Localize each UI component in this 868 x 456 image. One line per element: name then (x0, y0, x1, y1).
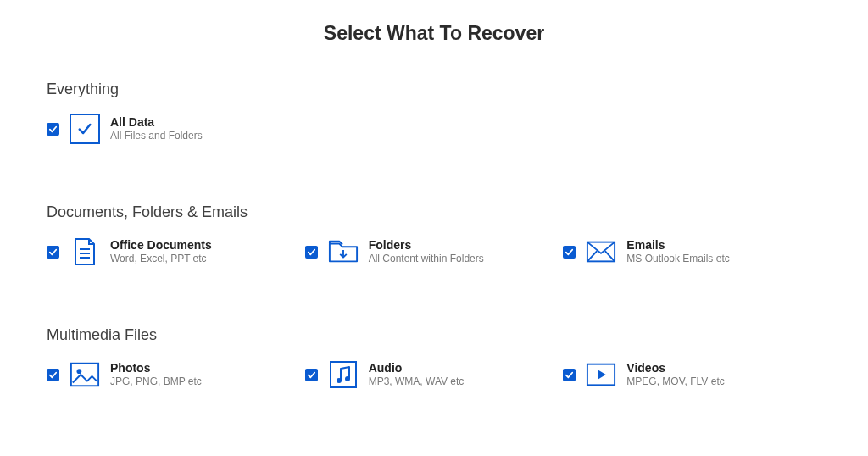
section-documents: Documents, Folders & Emails Office Docum… (47, 203, 821, 267)
document-icon (70, 236, 100, 267)
text-audio: Audio MP3, WMA, WAV etc (369, 361, 465, 389)
items-row-multimedia: Photos JPG, PNG, BMP etc Audio MP3, WMA,… (47, 359, 821, 390)
item-title: Photos (110, 361, 202, 376)
check-icon (565, 370, 574, 380)
item-title: Audio (369, 361, 465, 376)
section-everything: Everything All Data All Files and Folder… (47, 81, 821, 144)
item-desc: MPEG, MOV, FLV etc (626, 375, 724, 388)
svg-point-8 (337, 378, 342, 383)
text-all-data: All Data All Files and Folders (110, 115, 203, 143)
checkmark-icon (76, 120, 93, 137)
item-desc: MP3, WMA, WAV etc (369, 375, 465, 388)
item-desc: JPG, PNG, BMP etc (110, 375, 202, 388)
item-folders: Folders All Content within Folders (305, 236, 564, 267)
item-title: Office Documents (110, 238, 212, 253)
checkbox-folders[interactable] (305, 246, 318, 259)
svg-rect-7 (331, 362, 356, 387)
item-desc: All Content within Folders (369, 253, 484, 265)
item-all-data: All Data All Files and Folders (47, 114, 308, 144)
checkbox-audio[interactable] (305, 369, 318, 381)
text-videos: Videos MPEG, MOV, FLV etc (626, 361, 724, 389)
checkbox-photos[interactable] (47, 369, 59, 381)
play-video-icon (586, 359, 616, 390)
item-title: Emails (626, 238, 729, 253)
text-emails: Emails MS Outlook Emails etc (626, 238, 729, 266)
svg-rect-5 (71, 364, 98, 386)
checkbox-office-documents[interactable] (47, 246, 59, 259)
envelope-icon (586, 236, 616, 267)
section-heading-multimedia: Multimedia Files (47, 326, 821, 344)
check-icon (565, 247, 574, 257)
items-row-documents: Office Documents Word, Excel, PPT etc Fo… (47, 236, 821, 267)
svg-point-9 (345, 376, 350, 381)
item-title: All Data (110, 115, 203, 131)
text-folders: Folders All Content within Folders (369, 238, 484, 266)
item-videos: Videos MPEG, MOV, FLV etc (563, 359, 821, 390)
item-desc: MS Outlook Emails etc (626, 253, 729, 265)
check-icon (307, 247, 316, 257)
photo-icon (70, 359, 100, 390)
check-icon (307, 370, 316, 380)
checkbox-emails[interactable] (563, 246, 576, 259)
text-office: Office Documents Word, Excel, PPT etc (110, 238, 212, 266)
folder-download-icon (328, 236, 359, 267)
checkbox-all-data[interactable] (47, 123, 59, 136)
svg-point-6 (77, 369, 82, 374)
item-audio: Audio MP3, WMA, WAV etc (305, 359, 564, 390)
section-heading-everything: Everything (47, 81, 821, 98)
check-icon (48, 370, 58, 380)
item-desc: All Files and Folders (110, 130, 203, 142)
text-photos: Photos JPG, PNG, BMP etc (110, 361, 202, 389)
music-note-icon (328, 359, 359, 390)
items-row-everything: All Data All Files and Folders (47, 114, 821, 144)
page-title: Select What To Recover (47, 22, 821, 45)
all-data-icon (70, 114, 100, 144)
checkbox-videos[interactable] (563, 369, 576, 381)
section-heading-documents: Documents, Folders & Emails (47, 203, 821, 221)
item-photos: Photos JPG, PNG, BMP etc (47, 359, 305, 390)
item-title: Folders (369, 238, 484, 253)
check-icon (48, 247, 58, 257)
item-title: Videos (626, 361, 724, 376)
item-office-documents: Office Documents Word, Excel, PPT etc (47, 236, 305, 267)
check-icon (48, 125, 58, 134)
item-emails: Emails MS Outlook Emails etc (563, 236, 821, 267)
item-desc: Word, Excel, PPT etc (110, 253, 212, 265)
section-multimedia: Multimedia Files Photos JPG, PNG, BMP et… (47, 326, 821, 390)
